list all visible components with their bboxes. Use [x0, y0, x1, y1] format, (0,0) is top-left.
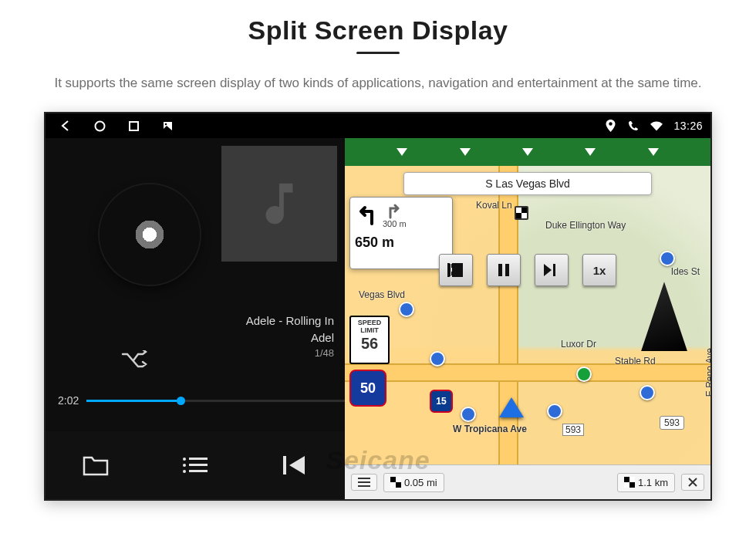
highway-label-tag: 593 [660, 416, 684, 430]
page-subtitle: It supports the same screen display of t… [31, 73, 725, 93]
flag-icon [624, 477, 635, 488]
lane-arrow-icon [397, 148, 407, 156]
speed-limit-sign: SPEED LIMIT 56 [349, 316, 390, 364]
notification-picture-icon [161, 120, 174, 132]
lane-arrow-icon [460, 148, 471, 156]
seek-bar[interactable] [86, 400, 345, 402]
speed-limit-label: SPEED LIMIT [351, 319, 388, 335]
map-poi[interactable] [399, 302, 414, 317]
svg-rect-11 [283, 456, 286, 475]
distance-to-dest: 1.1 km [638, 477, 668, 488]
map-label-koval: Koval Ln [476, 200, 512, 211]
music-toolbar [46, 431, 345, 499]
interstate-shield: 15 [430, 390, 453, 413]
map-poi[interactable] [640, 385, 655, 400]
map-poi[interactable] [547, 404, 562, 419]
map-label-reno: E Reno Ave [704, 348, 710, 397]
track-metadata: Adele - Rolling In Adel 1/48 [246, 312, 334, 360]
album-disc[interactable] [100, 184, 200, 285]
lane-arrow-icon [585, 148, 596, 156]
map-poi[interactable] [461, 407, 476, 422]
status-clock: 13:26 [673, 120, 703, 132]
album-art-placeholder [221, 146, 337, 262]
distance-to-dest-chip[interactable]: 1.1 km [617, 473, 675, 492]
music-note-icon [252, 177, 306, 231]
svg-point-5 [183, 458, 186, 461]
track-title: Adele - Rolling In [246, 312, 334, 329]
back-button[interactable] [59, 120, 72, 132]
sim-speed-button[interactable]: 1x [582, 254, 616, 286]
map-label-tropicana-num: 593 [562, 424, 584, 436]
svg-rect-19 [358, 481, 370, 483]
navigation-app-panel: Koval Ln Duke Ellington Way Ides St Vega… [345, 138, 710, 499]
current-street-banner: S Las Vegas Blvd [403, 172, 652, 195]
next-turn-card: 300 m 650 m [349, 197, 453, 269]
lane-guidance-strip [345, 138, 710, 166]
map-label-ides: Ides St [671, 266, 700, 277]
device-screenshot: 13:26 Adele - Rolling In Adel 1/48 [44, 112, 712, 501]
shuffle-button[interactable] [121, 350, 147, 373]
svg-rect-6 [189, 458, 208, 460]
flag-icon [390, 477, 401, 488]
lane-arrow-icon [648, 148, 659, 156]
folder-button[interactable] [62, 431, 130, 499]
playback-progress[interactable]: 2:02 [58, 394, 345, 407]
simulation-controls: 1x [439, 254, 616, 286]
svg-point-9 [183, 470, 186, 473]
turn-right-small-icon [386, 202, 403, 219]
map-waypoint-flag[interactable] [515, 206, 528, 220]
android-status-bar: 13:26 [46, 113, 710, 138]
sim-prev-waypoint-button[interactable] [439, 254, 473, 286]
svg-rect-8 [189, 464, 208, 466]
gps-icon [604, 120, 616, 132]
playlist-button[interactable] [161, 431, 229, 499]
recents-button[interactable] [127, 120, 140, 132]
turn-left-icon [355, 202, 378, 225]
svg-point-0 [95, 121, 104, 130]
home-button[interactable] [93, 120, 106, 132]
close-nav-button[interactable] [681, 474, 704, 491]
svg-rect-18 [358, 478, 370, 479]
phone-icon [627, 120, 640, 132]
title-underline [356, 52, 400, 54]
speed-limit-value: 56 [351, 335, 388, 352]
map-label-tropicana: W Tropicana Ave [453, 424, 527, 434]
menu-button[interactable] [351, 474, 377, 491]
svg-rect-17 [553, 264, 555, 276]
svg-rect-1 [130, 122, 138, 130]
svg-rect-16 [505, 264, 509, 276]
remaining-distance: 0.05 mi [404, 477, 437, 488]
track-artist: Adel [246, 329, 334, 346]
turn-distance: 650 m [355, 235, 447, 251]
nav-footer-bar: 0.05 mi 1.1 km [345, 464, 710, 499]
wifi-icon [650, 120, 663, 132]
map-poi[interactable] [660, 251, 675, 266]
map-label-duke: Duke Ellington Way [545, 220, 626, 231]
elapsed-time: 2:02 [58, 394, 79, 407]
previous-track-button[interactable] [261, 431, 329, 499]
svg-point-3 [164, 123, 167, 125]
next-turn-sub-distance: 300 m [383, 219, 407, 228]
route-shield: 50 [349, 370, 386, 407]
svg-rect-14 [448, 264, 451, 276]
svg-point-4 [609, 122, 612, 125]
svg-rect-20 [358, 485, 370, 487]
sim-pause-button[interactable] [487, 254, 521, 286]
svg-rect-10 [189, 470, 208, 472]
close-icon [688, 478, 697, 487]
svg-point-7 [183, 464, 186, 467]
svg-rect-15 [498, 264, 502, 276]
current-position-arrow [499, 397, 524, 417]
remaining-distance-chip[interactable]: 0.05 mi [383, 473, 444, 492]
lane-arrow-icon [522, 148, 533, 156]
sim-next-waypoint-button[interactable] [535, 254, 569, 286]
track-index: 1/48 [246, 346, 334, 361]
page-title: Split Screen Display [19, 15, 737, 46]
music-app-panel: Adele - Rolling In Adel 1/48 2:02 [46, 138, 345, 499]
map-building [641, 282, 687, 351]
map-label-luxor: Luxor Dr [561, 339, 596, 350]
map-label-vegasblvd: Vegas Blvd [359, 289, 405, 300]
map-label-stable: Stable Rd [615, 356, 656, 366]
